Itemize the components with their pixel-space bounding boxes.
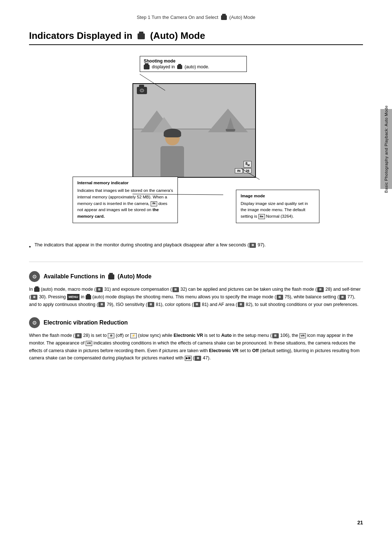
side-tab-label: Basic Photography and Playback: Auto Mod…: [384, 105, 388, 193]
ref-47: ⊠: [195, 356, 201, 361]
bullet-item: • The indicators that appear in the moni…: [29, 241, 363, 251]
slow-sync-icon: ⚡: [130, 333, 137, 338]
breadcrumb-text: Step 1 Turn the Camera On and Select: [137, 15, 219, 20]
ref-81b: ⊠: [194, 302, 200, 307]
playback-icon: ▶⊠: [185, 356, 192, 361]
callout-memory-title: Internal memory indicator: [77, 180, 173, 186]
off-icon: ⊘: [108, 333, 114, 338]
vf-image-mode-indicator: 8м: [244, 161, 252, 168]
section2-body: When the flash mode (⊠ 28) is set to ⊘ (…: [29, 332, 363, 362]
ref-28: ⊠: [317, 287, 324, 292]
section1-body: In (auto) mode, macro mode (⊠ 31) and ex…: [29, 286, 363, 308]
callout-shooting-mode: Shooting mode displayed in (auto) mode.: [140, 56, 247, 72]
section2-icon-label: ⊙: [32, 320, 37, 326]
section1-header: ⊙ Available Functions in (Auto) Mode: [29, 271, 363, 282]
section1-icon-label: ⊙: [32, 274, 37, 279]
vf-sailboat: [226, 117, 235, 132]
page-title: Indicators Displayed in (Auto) Mode: [29, 30, 363, 45]
ref-77: ⊠: [339, 295, 346, 300]
section2-title: Electronic vibration Reduction: [44, 319, 128, 326]
vf-indicator-row: IN 26: [235, 168, 252, 173]
vf-indicators: 8м IN 26: [235, 161, 252, 173]
vr-icon: VR: [299, 333, 306, 338]
page-header: Step 1 Turn the Camera On and Select (Au…: [29, 15, 363, 20]
page: Basic Photography and Playback: Auto Mod…: [0, 0, 392, 540]
ref-81a: ⊠: [148, 302, 154, 307]
callout-image-mode-title: Image mode: [241, 193, 315, 200]
ref-28b: ⊠: [75, 333, 82, 338]
in-icon: IN: [151, 201, 157, 206]
callout-top-title: Shooting mode: [144, 59, 243, 64]
callout-image-mode-body: Display image size and quality set in th…: [241, 201, 315, 220]
ref-31: ⊠: [96, 287, 103, 292]
divider-1: [29, 262, 363, 262]
viewfinder: 8м IN 26: [132, 83, 256, 178]
bullet-text: The indicators that appear in the monito…: [34, 241, 266, 249]
bullet-section: • The indicators that appear in the moni…: [29, 241, 363, 251]
section2-icon: ⊙: [29, 317, 40, 328]
viewfinder-container: 8м IN 26: [132, 83, 256, 178]
section1-icon: ⊙: [29, 271, 40, 282]
vf-person: [160, 131, 184, 177]
callout-image-mode: Image mode Display image size and qualit…: [236, 190, 319, 223]
ref-32: ⊠: [172, 287, 179, 292]
vf-camera-mode-icon: [137, 87, 147, 94]
ref-30: ⊠: [31, 295, 37, 300]
vr-icon2: VR: [86, 341, 92, 346]
callout-top-text: displayed in (auto) mode.: [144, 64, 243, 69]
bullet-dot: •: [29, 243, 31, 251]
menu-icon: MENU: [67, 294, 80, 300]
callout-internal-memory: Internal memory indicator Indicates that…: [73, 177, 178, 223]
ref-79: ⊠: [98, 302, 105, 307]
ref-icon-97: ⊠: [249, 243, 256, 248]
ref-75: ⊠: [277, 295, 283, 300]
section1-title: Available Functions in (Auto) Mode: [44, 273, 151, 280]
8m-icon: 8м: [258, 214, 265, 219]
ref-106: ⊠: [272, 333, 279, 338]
ref-82: ⊠: [238, 302, 244, 307]
page-number: 21: [357, 520, 363, 525]
section2-header: ⊙ Electronic vibration Reduction: [29, 317, 363, 328]
diagram-section: Shooting mode displayed in (auto) mode.: [73, 56, 319, 230]
vf-count-indicator: 26: [244, 168, 252, 173]
side-tab: Basic Photography and Playback: Auto Mod…: [380, 109, 392, 189]
callout-memory-body: Indicates that images will be stored on …: [77, 188, 173, 220]
vf-memory-indicator: IN: [235, 168, 243, 173]
